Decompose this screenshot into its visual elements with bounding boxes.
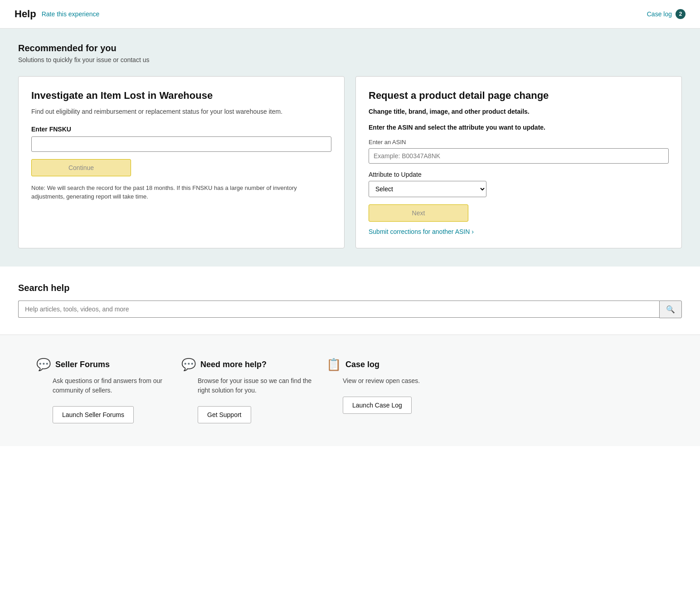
rate-experience-link[interactable]: Rate this experience — [42, 10, 100, 18]
need-help-desc: Browse for your issue so we can find the… — [181, 376, 317, 395]
search-section: Search help 🔍 — [0, 267, 700, 335]
search-icon: 🔍 — [666, 305, 675, 314]
search-row: 🔍 — [18, 301, 682, 318]
need-help-icon: 💬 — [181, 358, 196, 372]
asin-input[interactable] — [369, 148, 669, 164]
bottom-card-case-log: 📋 Case log View or review open cases. La… — [326, 358, 472, 423]
header: Help Rate this experience Case log 2 — [0, 0, 700, 29]
card-left-desc: Find out eligibility and reimbursement o… — [31, 107, 331, 116]
recommended-title: Recommended for you — [18, 43, 682, 53]
seller-forums-desc: Ask questions or find answers from our c… — [36, 376, 172, 395]
card-left-title: Investigate an Item Lost in Warehouse — [31, 89, 331, 102]
case-log-desc: View or review open cases. — [326, 376, 420, 386]
asin-label: Enter an ASIN — [369, 139, 669, 145]
search-title: Search help — [18, 283, 682, 293]
fnsku-input[interactable] — [31, 136, 331, 152]
card-investigate-lost-item: Investigate an Item Lost in Warehouse Fi… — [18, 76, 345, 248]
bottom-card-need-help: 💬 Need more help? Browse for your issue … — [181, 358, 326, 423]
next-button[interactable]: Next — [369, 204, 468, 222]
help-title: Help — [15, 8, 36, 20]
case-log-header: 📋 Case log — [326, 358, 379, 372]
fnsku-label: Enter FNSKU — [31, 126, 331, 133]
launch-case-log-button[interactable]: Launch Case Log — [343, 397, 412, 414]
card-right-instruction: Enter the ASIN and select the attribute … — [369, 123, 669, 132]
card-product-detail-change: Request a product detail page change Cha… — [355, 76, 682, 248]
case-log-bottom-title: Case log — [345, 360, 379, 369]
launch-seller-forums-button[interactable]: Launch Seller Forums — [53, 406, 134, 423]
continue-button[interactable]: Continue — [31, 159, 131, 176]
search-button[interactable]: 🔍 — [659, 301, 682, 318]
recommended-subtitle: Solutions to quickly fix your issue or c… — [18, 56, 682, 63]
attr-label: Attribute to Update — [369, 171, 669, 178]
bottom-row: 💬 Seller Forums Ask questions or find an… — [36, 358, 682, 423]
attribute-select[interactable]: Select — [369, 181, 486, 197]
header-right: Case log 2 — [647, 9, 685, 19]
case-log-icon: 📋 — [326, 358, 341, 372]
seller-forums-header: 💬 Seller Forums — [36, 358, 110, 372]
need-help-title: Need more help? — [200, 360, 267, 369]
card-left-note: Note: We will search the record for the … — [31, 184, 331, 201]
bottom-card-seller-forums: 💬 Seller Forums Ask questions or find an… — [36, 358, 181, 423]
bottom-section: 💬 Seller Forums Ask questions or find an… — [0, 335, 700, 446]
seller-forums-icon: 💬 — [36, 358, 51, 372]
search-input[interactable] — [18, 301, 659, 318]
cards-row: Investigate an Item Lost in Warehouse Fi… — [18, 76, 682, 248]
header-left: Help Rate this experience — [15, 8, 99, 20]
recommended-section: Recommended for you Solutions to quickly… — [0, 29, 700, 267]
case-log-link[interactable]: Case log — [647, 10, 672, 18]
card-right-title: Request a product detail page change — [369, 89, 669, 102]
need-help-header: 💬 Need more help? — [181, 358, 267, 372]
case-log-badge: 2 — [676, 9, 685, 19]
get-support-button[interactable]: Get Support — [198, 406, 251, 423]
card-right-bold: Change title, brand, image, and other pr… — [369, 107, 669, 116]
submit-corrections-link[interactable]: Submit corrections for another ASIN › — [369, 228, 474, 235]
seller-forums-title: Seller Forums — [55, 360, 110, 369]
